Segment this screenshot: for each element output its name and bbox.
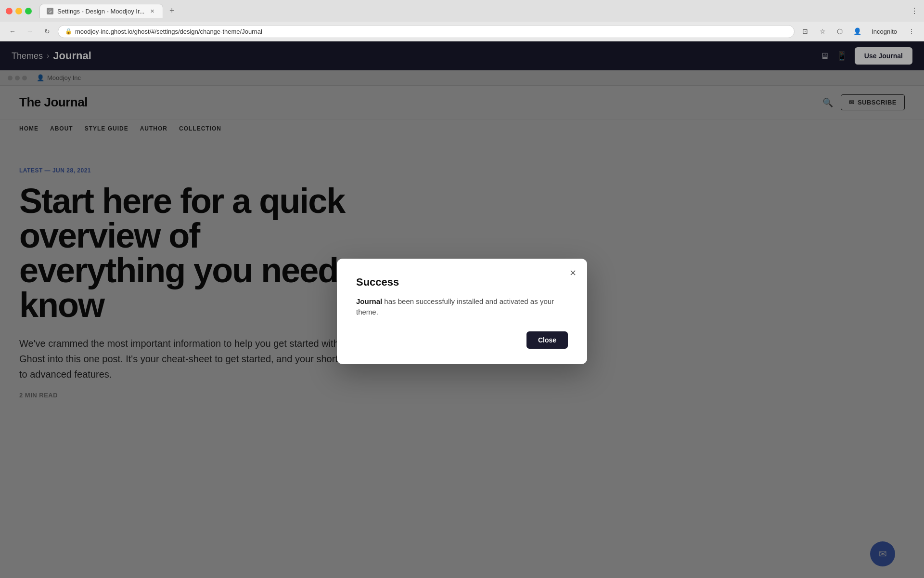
- cast-icon[interactable]: ⊡: [798, 25, 812, 38]
- modal-theme-name: Journal: [356, 297, 382, 305]
- modal-close-x-button[interactable]: ✕: [566, 266, 579, 280]
- minimize-window-button[interactable]: [15, 8, 22, 14]
- browser-window-actions: ⋮: [911, 6, 918, 15]
- url-text: moodjoy-inc.ghost.io/ghost/#/settings/de…: [75, 28, 262, 35]
- modal-body-text: has been successfully installed and acti…: [356, 297, 554, 316]
- refresh-button[interactable]: ↻: [40, 25, 54, 38]
- tab-title: Settings - Design - Moodjoy Ir...: [57, 8, 144, 15]
- bookmark-icon[interactable]: ☆: [816, 25, 829, 38]
- extensions-icon[interactable]: ⬡: [833, 25, 847, 38]
- incognito-label: Incognito: [868, 26, 901, 37]
- traffic-lights: [6, 8, 32, 14]
- active-tab[interactable]: G Settings - Design - Moodjoy Ir... ✕: [39, 4, 163, 18]
- tab-favicon: G: [47, 8, 53, 14]
- browser-controls: ← → ↻ 🔒 moodjoy-inc.ghost.io/ghost/#/set…: [0, 22, 924, 41]
- browser-chrome: G Settings - Design - Moodjoy Ir... ✕ + …: [0, 0, 924, 41]
- modal-close-button[interactable]: Close: [526, 331, 568, 349]
- lock-icon: 🔒: [65, 28, 72, 35]
- tab-bar: G Settings - Design - Moodjoy Ir... ✕ +: [39, 4, 903, 18]
- browser-menu-icon[interactable]: ⋮: [905, 25, 918, 38]
- window-menu-icon[interactable]: ⋮: [911, 6, 918, 15]
- modal-body: Journal has been successfully installed …: [356, 296, 568, 318]
- browser-titlebar: G Settings - Design - Moodjoy Ir... ✕ + …: [0, 0, 924, 22]
- forward-button[interactable]: →: [23, 25, 37, 38]
- profile-icon[interactable]: 👤: [850, 25, 864, 38]
- maximize-window-button[interactable]: [25, 8, 32, 14]
- close-window-button[interactable]: [6, 8, 13, 14]
- success-modal: ✕ Success Journal has been successfully …: [337, 259, 587, 364]
- new-tab-button[interactable]: +: [165, 4, 179, 18]
- address-bar[interactable]: 🔒 moodjoy-inc.ghost.io/ghost/#/settings/…: [58, 25, 795, 38]
- modal-footer: Close: [356, 331, 568, 349]
- modal-title: Success: [356, 276, 568, 289]
- tab-close-button[interactable]: ✕: [148, 7, 156, 15]
- page-content: Themes › Journal 🖥 📱 Use Journal 👤 Moodj…: [0, 41, 924, 578]
- modal-overlay: ✕ Success Journal has been successfully …: [0, 41, 924, 578]
- incognito-text: Incognito: [872, 28, 897, 35]
- back-button[interactable]: ←: [6, 25, 19, 38]
